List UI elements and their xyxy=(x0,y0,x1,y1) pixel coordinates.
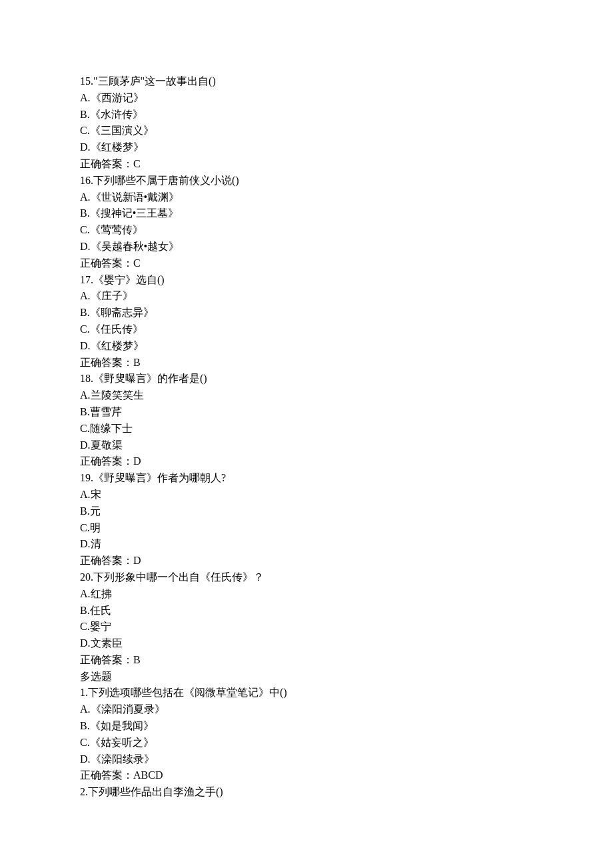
question-option: B.任氏 xyxy=(80,603,613,619)
question-option: A.《庄子》 xyxy=(80,288,613,305)
question-option: B.元 xyxy=(80,503,613,520)
document-body: 15."三顾茅庐"这一故事出自()A.《西游记》B.《水浒传》C.《三国演义》D… xyxy=(80,73,613,801)
question-stem: 20.下列形象中哪一个出自《任氏传》？ xyxy=(80,569,613,586)
question-option: A.《西游记》 xyxy=(80,90,613,107)
question-option: D.《红楼梦》 xyxy=(80,139,613,156)
question-stem: 15."三顾茅庐"这一故事出自() xyxy=(80,73,613,90)
question-option: B.《搜神记•三王墓》 xyxy=(80,205,613,222)
question-answer: 正确答案：C xyxy=(80,156,613,173)
mq-option: C.《姑妄听之》 xyxy=(80,735,613,751)
question-answer: 正确答案：C xyxy=(80,255,613,272)
mq-option: A.《滦阳消夏录》 xyxy=(80,701,613,718)
question-answer: 正确答案：B xyxy=(80,355,613,371)
question-option: B.《水浒传》 xyxy=(80,107,613,123)
question-option: D.文素臣 xyxy=(80,635,613,652)
question-option: C.随缘下士 xyxy=(80,421,613,437)
question-answer: 正确答案：B xyxy=(80,652,613,669)
question-option: D.《吴越春秋•越女》 xyxy=(80,239,613,255)
mq-option: B.《如是我闻》 xyxy=(80,718,613,735)
question-option: C.婴宁 xyxy=(80,619,613,635)
question-option: C.明 xyxy=(80,520,613,537)
question-option: C.《三国演义》 xyxy=(80,123,613,139)
question-option: B.曹雪芹 xyxy=(80,404,613,421)
mq-stem: 1.下列选项哪些包括在《阅微草堂笔记》中() xyxy=(80,685,613,701)
question-answer: 正确答案：D xyxy=(80,453,613,470)
question-option: D.《红楼梦》 xyxy=(80,338,613,355)
question-stem: 17.《婴宁》选自() xyxy=(80,272,613,289)
question-option: D.夏敬渠 xyxy=(80,437,613,454)
question-stem: 16.下列哪些不属于唐前侠义小说() xyxy=(80,173,613,189)
multi-choice-heading: 多选题 xyxy=(80,669,613,685)
question-option: B.《聊斋志异》 xyxy=(80,305,613,321)
question-option: A.宋 xyxy=(80,487,613,503)
question-stem: 19.《野叟曝言》作者为哪朝人? xyxy=(80,470,613,487)
question-stem: 18.《野叟曝言》的作者是() xyxy=(80,371,613,387)
question-option: A.《世说新语•戴渊》 xyxy=(80,189,613,206)
question-answer: 正确答案：D xyxy=(80,553,613,569)
question-option: D.清 xyxy=(80,536,613,553)
question-option: C.《任氏传》 xyxy=(80,321,613,338)
mq-option: D.《滦阳续录》 xyxy=(80,751,613,768)
question-option: A.兰陵笑笑生 xyxy=(80,387,613,404)
question-option: A.红拂 xyxy=(80,586,613,603)
multi-choice-block: 1.下列选项哪些包括在《阅微草堂笔记》中()A.《滦阳消夏录》B.《如是我闻》C… xyxy=(80,685,613,801)
question-option: C.《莺莺传》 xyxy=(80,222,613,239)
mq-answer: 正确答案：ABCD xyxy=(80,767,613,784)
mq-stem: 2.下列哪些作品出自李渔之手() xyxy=(80,784,613,801)
